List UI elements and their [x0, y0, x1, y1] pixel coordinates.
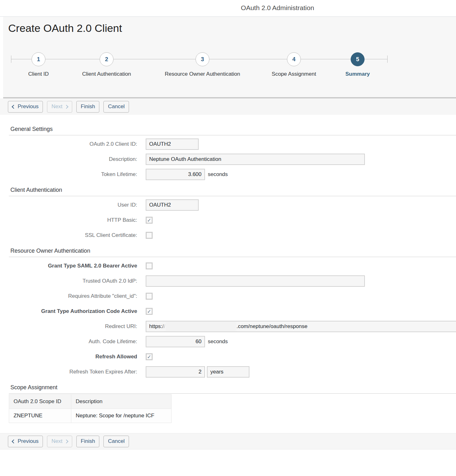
cancel-button-label: Cancel — [108, 438, 125, 444]
user-id-row: User ID: OAUTH2 — [0, 199, 456, 211]
auth-code-lifetime-field[interactable]: 60 — [146, 336, 205, 347]
previous-button-label: Previous — [18, 103, 38, 110]
chevron-left-icon — [12, 105, 16, 109]
cancel-button[interactable]: Cancel — [103, 101, 129, 113]
redirect-uri-suffix: .com/neptune/oauth/response — [237, 323, 307, 330]
summary-form: General Settings OAuth 2.0 Client ID: OA… — [0, 126, 456, 423]
scope-assignment-table: OAuth 2.0 Scope ID Description ZNEPTUNE … — [9, 394, 172, 423]
chevron-right-icon — [64, 105, 68, 109]
refresh-allowed-label: Refresh Allowed — [0, 354, 146, 360]
page-header: Create OAuth 2.0 Client 1 Client ID 2 Cl… — [3, 17, 456, 98]
saml-bearer-label: Grant Type SAML 2.0 Bearer Active — [0, 263, 146, 269]
trusted-idp-label: Trusted OAuth 2.0 IdP: — [0, 278, 146, 284]
section-title-general-settings: General Settings — [10, 126, 456, 132]
finish-button[interactable]: Finish — [76, 436, 99, 447]
saml-bearer-checkbox[interactable] — [146, 262, 153, 269]
saml-bearer-row: Grant Type SAML 2.0 Bearer Active — [0, 260, 456, 272]
http-basic-checkbox[interactable]: ✓ — [146, 217, 153, 224]
requires-attribute-client-id-label: Requires Attribute "client_id": — [0, 293, 146, 299]
refresh-token-expires-label: Refresh Token Expires After: — [0, 369, 146, 375]
previous-button[interactable]: Previous — [8, 436, 43, 447]
user-id-field[interactable]: OAUTH2 — [146, 199, 199, 211]
section-divider — [9, 393, 456, 394]
wizard-step-resource-owner-authentication[interactable]: 3 Resource Owner Authentication — [152, 52, 253, 77]
auth-code-active-row: Grant Type Authorization Code Active ✓ — [0, 306, 456, 317]
section-divider — [9, 135, 456, 135]
redirect-uri-field[interactable]: https:// .com/neptune/oauth/response — [146, 321, 456, 332]
finish-button-label: Finish — [81, 103, 95, 110]
step-number-badge[interactable]: 3 — [196, 52, 209, 66]
description-row: Description: Neptune OAuth Authenticatio… — [0, 154, 456, 165]
auth-code-active-checkbox[interactable]: ✓ — [146, 308, 153, 315]
wizard-step-client-authentication[interactable]: 2 Client Authentication — [56, 52, 157, 77]
redirect-uri-prefix: https:// — [149, 323, 165, 330]
description-label: Description: — [0, 156, 146, 162]
token-lifetime-unit: seconds — [208, 171, 228, 178]
step-number-badge[interactable]: 4 — [287, 52, 301, 66]
step-label: Client Authentication — [56, 71, 157, 77]
auth-code-lifetime-unit: seconds — [208, 338, 228, 345]
scope-description-cell: Neptune: Scope for /neptune ICF — [71, 409, 172, 423]
token-lifetime-row: Token Lifetime: 3.600 seconds — [0, 169, 456, 180]
refresh-token-expires-unit-field[interactable]: years — [207, 366, 249, 378]
http-basic-row: HTTP Basic: ✓ — [0, 214, 456, 226]
requires-attribute-client-id-row: Requires Attribute "client_id": — [0, 291, 456, 302]
token-lifetime-field[interactable]: 3.600 — [146, 169, 205, 180]
chevron-left-icon — [12, 439, 16, 444]
ssl-client-certificate-row: SSL Client Certificate: — [0, 230, 456, 241]
scope-id-cell: ZNEPTUNE — [9, 409, 71, 423]
step-number-badge[interactable]: 2 — [100, 52, 114, 66]
shell-bar: OAuth 2.0 Administration — [0, 0, 456, 17]
wizard-step-summary-active[interactable]: 5 Summary — [307, 52, 408, 77]
previous-button-label: Previous — [18, 438, 38, 444]
ssl-client-certificate-label: SSL Client Certificate: — [0, 232, 146, 238]
scope-table-row: ZNEPTUNE Neptune: Scope for /neptune ICF — [9, 409, 172, 423]
auth-code-active-label: Grant Type Authorization Code Active — [0, 308, 146, 314]
scope-table-header-row: OAuth 2.0 Scope ID Description — [9, 395, 172, 409]
scope-id-column-header: OAuth 2.0 Scope ID — [9, 395, 71, 409]
cancel-button-label: Cancel — [108, 103, 125, 110]
finish-button[interactable]: Finish — [76, 101, 99, 113]
previous-button[interactable]: Previous — [8, 101, 43, 113]
app-title: OAuth 2.0 Administration — [241, 4, 314, 12]
step-label: Resource Owner Authentication — [152, 71, 253, 77]
section-title-client-authentication: Client Authentication — [10, 186, 456, 193]
step-number-badge[interactable]: 1 — [32, 52, 45, 66]
cancel-button[interactable]: Cancel — [103, 436, 129, 447]
client-id-field[interactable]: OAUTH2 — [146, 138, 199, 150]
refresh-allowed-row: Refresh Allowed ✓ — [0, 351, 456, 362]
section-title-resource-owner-authentication: Resource Owner Authentication — [10, 247, 456, 254]
section-divider — [9, 257, 456, 257]
auth-code-lifetime-label: Auth. Code Lifetime: — [0, 338, 146, 345]
description-column-header: Description — [71, 395, 172, 409]
trusted-idp-row: Trusted OAuth 2.0 IdP: — [0, 275, 456, 287]
next-button-label: Next — [51, 103, 62, 110]
trusted-idp-field[interactable] — [146, 275, 365, 287]
next-button: Next — [47, 436, 72, 447]
http-basic-label: HTTP Basic: — [0, 217, 146, 223]
toolbar-bottom: Previous Next Finish Cancel — [0, 433, 456, 450]
user-id-label: User ID: — [0, 202, 146, 208]
ssl-client-certificate-checkbox[interactable] — [146, 232, 153, 239]
description-field[interactable]: Neptune OAuth Authentication — [146, 154, 365, 165]
redirect-uri-redacted-segment — [166, 322, 236, 331]
client-id-row: OAuth 2.0 Client ID: OAUTH2 — [0, 138, 456, 150]
section-title-scope-assignment: Scope Assignment — [10, 384, 456, 391]
refresh-token-expires-row: Refresh Token Expires After: 2 years — [0, 366, 456, 378]
next-button-label: Next — [51, 438, 62, 444]
client-id-label: OAuth 2.0 Client ID: — [0, 141, 146, 147]
token-lifetime-label: Token Lifetime: — [0, 171, 146, 178]
chevron-right-icon — [64, 439, 68, 444]
redirect-uri-label: Redirect URI: — [0, 323, 146, 330]
refresh-allowed-checkbox[interactable]: ✓ — [146, 353, 153, 360]
toolbar-top: Previous Next Finish Cancel — [0, 98, 456, 115]
redirect-uri-row: Redirect URI: https:// .com/neptune/oaut… — [0, 321, 456, 332]
step-label: Summary — [307, 71, 408, 77]
step-number-badge[interactable]: 5 — [351, 52, 365, 66]
requires-attribute-client-id-checkbox[interactable] — [146, 293, 153, 300]
refresh-token-expires-field[interactable]: 2 — [146, 366, 205, 378]
page-title: Create OAuth 2.0 Client — [8, 22, 122, 34]
next-button: Next — [47, 101, 72, 113]
auth-code-lifetime-row: Auth. Code Lifetime: 60 seconds — [0, 336, 456, 347]
section-divider — [9, 196, 456, 196]
